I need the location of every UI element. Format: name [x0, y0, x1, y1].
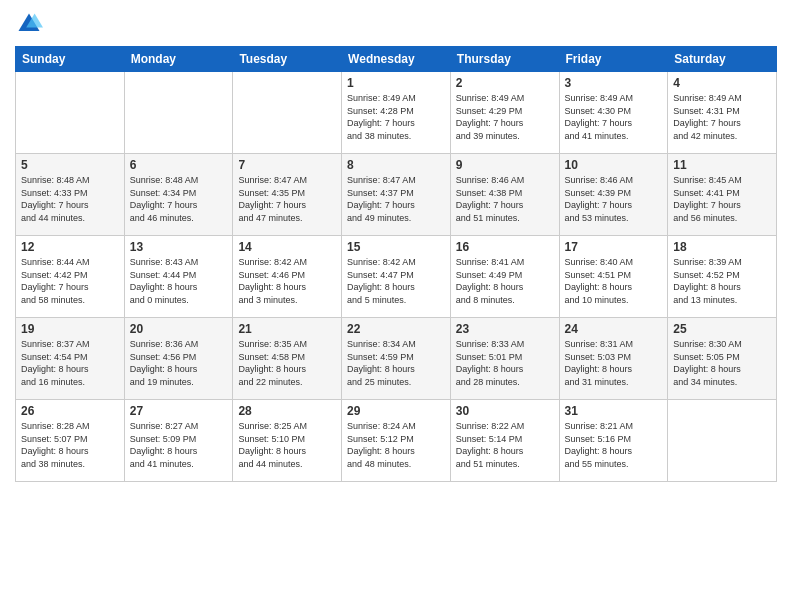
calendar-table: SundayMondayTuesdayWednesdayThursdayFrid…	[15, 46, 777, 482]
calendar-cell: 16Sunrise: 8:41 AMSunset: 4:49 PMDayligh…	[450, 236, 559, 318]
header	[15, 10, 777, 38]
day-info: Sunrise: 8:49 AMSunset: 4:31 PMDaylight:…	[673, 92, 771, 142]
day-number: 24	[565, 322, 663, 336]
calendar-cell: 10Sunrise: 8:46 AMSunset: 4:39 PMDayligh…	[559, 154, 668, 236]
page: SundayMondayTuesdayWednesdayThursdayFrid…	[0, 0, 792, 612]
day-number: 3	[565, 76, 663, 90]
day-header-thursday: Thursday	[450, 47, 559, 72]
calendar-cell: 4Sunrise: 8:49 AMSunset: 4:31 PMDaylight…	[668, 72, 777, 154]
calendar-week-3: 12Sunrise: 8:44 AMSunset: 4:42 PMDayligh…	[16, 236, 777, 318]
day-info: Sunrise: 8:40 AMSunset: 4:51 PMDaylight:…	[565, 256, 663, 306]
calendar-cell: 24Sunrise: 8:31 AMSunset: 5:03 PMDayligh…	[559, 318, 668, 400]
day-number: 22	[347, 322, 445, 336]
day-info: Sunrise: 8:30 AMSunset: 5:05 PMDaylight:…	[673, 338, 771, 388]
logo-icon	[15, 10, 43, 38]
calendar-header-row: SundayMondayTuesdayWednesdayThursdayFrid…	[16, 47, 777, 72]
calendar-week-1: 1Sunrise: 8:49 AMSunset: 4:28 PMDaylight…	[16, 72, 777, 154]
day-info: Sunrise: 8:49 AMSunset: 4:30 PMDaylight:…	[565, 92, 663, 142]
calendar-cell: 18Sunrise: 8:39 AMSunset: 4:52 PMDayligh…	[668, 236, 777, 318]
day-info: Sunrise: 8:21 AMSunset: 5:16 PMDaylight:…	[565, 420, 663, 470]
calendar-cell: 17Sunrise: 8:40 AMSunset: 4:51 PMDayligh…	[559, 236, 668, 318]
day-number: 27	[130, 404, 228, 418]
calendar-cell: 3Sunrise: 8:49 AMSunset: 4:30 PMDaylight…	[559, 72, 668, 154]
calendar-cell: 22Sunrise: 8:34 AMSunset: 4:59 PMDayligh…	[342, 318, 451, 400]
day-number: 18	[673, 240, 771, 254]
calendar-cell: 12Sunrise: 8:44 AMSunset: 4:42 PMDayligh…	[16, 236, 125, 318]
day-number: 4	[673, 76, 771, 90]
day-number: 23	[456, 322, 554, 336]
day-number: 17	[565, 240, 663, 254]
calendar-cell: 30Sunrise: 8:22 AMSunset: 5:14 PMDayligh…	[450, 400, 559, 482]
day-number: 16	[456, 240, 554, 254]
day-number: 5	[21, 158, 119, 172]
day-info: Sunrise: 8:47 AMSunset: 4:37 PMDaylight:…	[347, 174, 445, 224]
day-info: Sunrise: 8:37 AMSunset: 4:54 PMDaylight:…	[21, 338, 119, 388]
day-number: 31	[565, 404, 663, 418]
day-info: Sunrise: 8:24 AMSunset: 5:12 PMDaylight:…	[347, 420, 445, 470]
calendar-cell	[668, 400, 777, 482]
calendar-cell: 14Sunrise: 8:42 AMSunset: 4:46 PMDayligh…	[233, 236, 342, 318]
day-number: 29	[347, 404, 445, 418]
day-number: 11	[673, 158, 771, 172]
calendar-cell: 20Sunrise: 8:36 AMSunset: 4:56 PMDayligh…	[124, 318, 233, 400]
calendar-cell: 31Sunrise: 8:21 AMSunset: 5:16 PMDayligh…	[559, 400, 668, 482]
day-number: 10	[565, 158, 663, 172]
day-number: 1	[347, 76, 445, 90]
day-info: Sunrise: 8:45 AMSunset: 4:41 PMDaylight:…	[673, 174, 771, 224]
day-info: Sunrise: 8:43 AMSunset: 4:44 PMDaylight:…	[130, 256, 228, 306]
calendar-week-4: 19Sunrise: 8:37 AMSunset: 4:54 PMDayligh…	[16, 318, 777, 400]
day-info: Sunrise: 8:47 AMSunset: 4:35 PMDaylight:…	[238, 174, 336, 224]
day-info: Sunrise: 8:25 AMSunset: 5:10 PMDaylight:…	[238, 420, 336, 470]
calendar-cell: 13Sunrise: 8:43 AMSunset: 4:44 PMDayligh…	[124, 236, 233, 318]
day-info: Sunrise: 8:34 AMSunset: 4:59 PMDaylight:…	[347, 338, 445, 388]
calendar-cell	[16, 72, 125, 154]
day-number: 12	[21, 240, 119, 254]
day-header-sunday: Sunday	[16, 47, 125, 72]
calendar-cell: 2Sunrise: 8:49 AMSunset: 4:29 PMDaylight…	[450, 72, 559, 154]
day-info: Sunrise: 8:22 AMSunset: 5:14 PMDaylight:…	[456, 420, 554, 470]
calendar-cell	[124, 72, 233, 154]
calendar-cell	[233, 72, 342, 154]
day-header-friday: Friday	[559, 47, 668, 72]
day-info: Sunrise: 8:46 AMSunset: 4:38 PMDaylight:…	[456, 174, 554, 224]
day-info: Sunrise: 8:35 AMSunset: 4:58 PMDaylight:…	[238, 338, 336, 388]
day-number: 6	[130, 158, 228, 172]
logo	[15, 10, 47, 38]
calendar-cell: 23Sunrise: 8:33 AMSunset: 5:01 PMDayligh…	[450, 318, 559, 400]
day-info: Sunrise: 8:46 AMSunset: 4:39 PMDaylight:…	[565, 174, 663, 224]
day-number: 13	[130, 240, 228, 254]
day-info: Sunrise: 8:27 AMSunset: 5:09 PMDaylight:…	[130, 420, 228, 470]
day-header-monday: Monday	[124, 47, 233, 72]
day-number: 9	[456, 158, 554, 172]
day-info: Sunrise: 8:49 AMSunset: 4:29 PMDaylight:…	[456, 92, 554, 142]
day-number: 2	[456, 76, 554, 90]
calendar-cell: 1Sunrise: 8:49 AMSunset: 4:28 PMDaylight…	[342, 72, 451, 154]
day-info: Sunrise: 8:39 AMSunset: 4:52 PMDaylight:…	[673, 256, 771, 306]
day-info: Sunrise: 8:44 AMSunset: 4:42 PMDaylight:…	[21, 256, 119, 306]
day-header-saturday: Saturday	[668, 47, 777, 72]
day-info: Sunrise: 8:31 AMSunset: 5:03 PMDaylight:…	[565, 338, 663, 388]
day-info: Sunrise: 8:41 AMSunset: 4:49 PMDaylight:…	[456, 256, 554, 306]
calendar-cell: 9Sunrise: 8:46 AMSunset: 4:38 PMDaylight…	[450, 154, 559, 236]
day-header-tuesday: Tuesday	[233, 47, 342, 72]
calendar-cell: 8Sunrise: 8:47 AMSunset: 4:37 PMDaylight…	[342, 154, 451, 236]
calendar-cell: 28Sunrise: 8:25 AMSunset: 5:10 PMDayligh…	[233, 400, 342, 482]
day-info: Sunrise: 8:42 AMSunset: 4:47 PMDaylight:…	[347, 256, 445, 306]
calendar-week-5: 26Sunrise: 8:28 AMSunset: 5:07 PMDayligh…	[16, 400, 777, 482]
calendar-week-2: 5Sunrise: 8:48 AMSunset: 4:33 PMDaylight…	[16, 154, 777, 236]
day-number: 28	[238, 404, 336, 418]
day-number: 19	[21, 322, 119, 336]
calendar-cell: 11Sunrise: 8:45 AMSunset: 4:41 PMDayligh…	[668, 154, 777, 236]
day-number: 7	[238, 158, 336, 172]
calendar-cell: 7Sunrise: 8:47 AMSunset: 4:35 PMDaylight…	[233, 154, 342, 236]
day-number: 30	[456, 404, 554, 418]
calendar-cell: 21Sunrise: 8:35 AMSunset: 4:58 PMDayligh…	[233, 318, 342, 400]
day-header-wednesday: Wednesday	[342, 47, 451, 72]
calendar-cell: 6Sunrise: 8:48 AMSunset: 4:34 PMDaylight…	[124, 154, 233, 236]
day-number: 8	[347, 158, 445, 172]
day-number: 20	[130, 322, 228, 336]
day-number: 21	[238, 322, 336, 336]
day-number: 15	[347, 240, 445, 254]
calendar-cell: 26Sunrise: 8:28 AMSunset: 5:07 PMDayligh…	[16, 400, 125, 482]
day-info: Sunrise: 8:48 AMSunset: 4:33 PMDaylight:…	[21, 174, 119, 224]
